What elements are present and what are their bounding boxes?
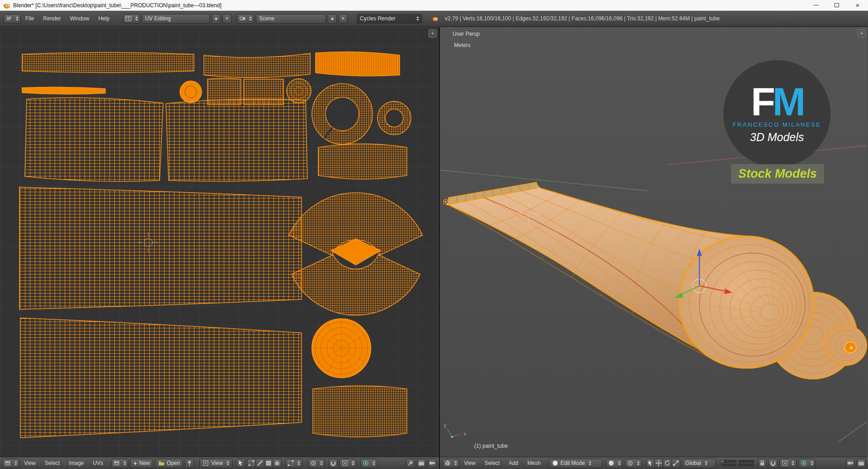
minimize-icon	[814, 5, 819, 5]
uv-menu-view[interactable]: View	[19, 459, 40, 468]
folder-icon	[158, 460, 165, 466]
display-mode-dropdown[interactable]: View	[199, 459, 232, 468]
lock-to-scene-button[interactable]	[758, 459, 767, 468]
uv-canvas[interactable]: +	[0, 27, 439, 457]
image-browse-button[interactable]	[111, 459, 128, 468]
uv-snap-toggle-button[interactable]	[329, 459, 338, 468]
opengl-render-button[interactable]	[846, 459, 855, 468]
open-image-button[interactable]: Open	[155, 459, 183, 468]
view3d-menu-view[interactable]: View	[459, 459, 480, 468]
uv-menu-uvs[interactable]: UVs	[89, 459, 108, 468]
sticky-selection-dropdown[interactable]	[285, 459, 302, 468]
island-select-icon	[274, 460, 280, 466]
opengl-render-anim-button[interactable]	[857, 459, 866, 468]
select-edge-button[interactable]	[255, 459, 264, 468]
pin-image-button[interactable]	[185, 459, 194, 468]
manipulator-group	[646, 459, 680, 468]
uv-image-paint-button[interactable]	[417, 459, 426, 468]
proportional-edit-dropdown[interactable]	[798, 459, 816, 468]
pin-icon	[186, 460, 193, 466]
mode-value: Edit Mode	[561, 460, 585, 466]
object-info-overlay: (1) paint_tube	[474, 443, 508, 449]
clapper-icon	[418, 460, 425, 466]
chevron-updown-icon	[618, 461, 621, 465]
menu-render[interactable]: Render	[38, 14, 65, 23]
menu-file[interactable]: File	[21, 14, 38, 23]
axis-x-label: x	[464, 431, 466, 436]
render-engine-select[interactable]: Cycles Render	[357, 14, 422, 24]
screen-layout-field[interactable]: UV Editing	[142, 14, 210, 24]
sticky-icon	[288, 460, 294, 466]
axis-y-label: y	[444, 423, 446, 428]
select-face-button[interactable]	[264, 459, 273, 468]
chevron-updown-icon	[135, 16, 138, 21]
camera-icon	[847, 460, 854, 466]
uv-menu-image[interactable]: Image	[64, 459, 88, 468]
translate-manipulator-button[interactable]	[654, 459, 663, 468]
watermark-initial-f: F	[751, 79, 773, 124]
uv-proportional-edit-dropdown[interactable]	[360, 459, 377, 468]
menu-help[interactable]: Help	[94, 14, 114, 23]
mode-dropdown[interactable]: Edit Mode	[549, 459, 602, 468]
add-screen-layout-button[interactable]: +	[212, 14, 221, 24]
select-island-button[interactable]	[273, 459, 282, 468]
new-image-button[interactable]: + New	[130, 459, 153, 468]
transform-orientation-dropdown[interactable]: Global	[682, 459, 716, 468]
pivot-icon	[310, 460, 316, 466]
viewport-editor-type-selector[interactable]	[442, 459, 459, 468]
chevron-updown-icon	[416, 16, 419, 21]
uv-island-mesh	[166, 99, 307, 181]
uv-island-thin-strip	[22, 87, 105, 94]
uv-snap-mode-dropdown[interactable]	[340, 459, 357, 468]
uv-editor-viewport[interactable]	[0, 27, 439, 457]
chevron-updown-icon	[16, 16, 19, 21]
delete-scene-button[interactable]: ×	[339, 14, 348, 24]
region-expand-icon[interactable]: +	[858, 29, 866, 38]
blender-window: Blender* [C:\Users\franc\Desktop\paint_t…	[0, 0, 868, 469]
manipulator-toggle-button[interactable]	[646, 459, 655, 468]
info-header: File Render Window Help UV Editing + × S…	[0, 11, 868, 27]
rotate-manipulator-button[interactable]	[663, 459, 672, 468]
viewport-shading-dropdown[interactable]	[606, 459, 623, 468]
uv-render-slot-button[interactable]	[428, 459, 437, 468]
view3d-menu-add[interactable]: Add	[504, 459, 523, 468]
region-expand-icon[interactable]: +	[429, 29, 437, 38]
menu-window[interactable]: Window	[66, 14, 94, 23]
scene-field[interactable]: Scene	[256, 14, 326, 24]
chevron-updown-icon	[811, 461, 813, 465]
uv-draw-other-objects-button[interactable]	[406, 459, 415, 468]
scene-browse-button[interactable]	[237, 14, 254, 24]
layout-icon	[125, 15, 132, 22]
window-controls: ×	[806, 0, 868, 10]
view3d-menu-mesh[interactable]: Mesh	[523, 459, 545, 468]
image-icon	[113, 460, 120, 466]
delete-screen-layout-button[interactable]: ×	[222, 14, 231, 24]
snap-toggle-button[interactable]	[769, 459, 778, 468]
uv-pivot-dropdown[interactable]	[308, 459, 325, 468]
snap-element-dropdown[interactable]	[779, 459, 797, 468]
viewport-canvas[interactable]: x y User Persp Meters (1) paint_tube FM …	[440, 27, 868, 457]
uv-island-band	[318, 144, 407, 179]
maximize-button[interactable]	[826, 0, 847, 10]
uv-menu-select[interactable]: Select	[40, 459, 64, 468]
select-vertex-button[interactable]	[247, 459, 256, 468]
uv-editor-header: View Select Image UVs + New Open	[0, 457, 439, 469]
plus-icon: +	[214, 15, 218, 22]
minimize-button[interactable]	[806, 0, 826, 10]
pointer-icon	[647, 460, 653, 466]
view3d-menu-select[interactable]: Select	[480, 459, 504, 468]
uv-editor-type-selector[interactable]	[2, 459, 19, 468]
scale-manipulator-button[interactable]	[671, 459, 680, 468]
close-button[interactable]: ×	[847, 0, 868, 10]
info-editor-type-selector[interactable]	[4, 14, 21, 24]
proportional-edit-icon	[363, 460, 369, 466]
titlebar: Blender* [C:\Users\franc\Desktop\paint_t…	[0, 0, 868, 11]
image-editor-icon	[5, 460, 11, 466]
layers-widget[interactable]	[721, 460, 754, 466]
screen-layout-browse-button[interactable]	[123, 14, 140, 24]
uv-island-mesh-large	[19, 187, 302, 309]
uv-sync-selection-button[interactable]	[236, 459, 245, 468]
add-scene-button[interactable]: +	[328, 14, 337, 24]
pivot-center-dropdown[interactable]	[625, 459, 642, 468]
chevron-updown-icon	[352, 461, 354, 465]
